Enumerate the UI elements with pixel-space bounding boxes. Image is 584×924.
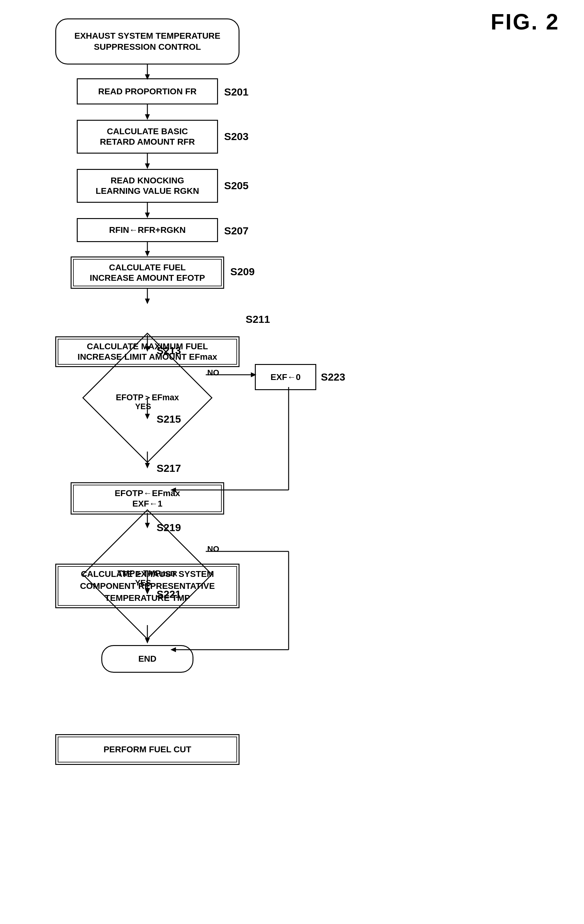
node-s209: CALCULATE FUELINCREASE AMOUNT EFOTP <box>71 256 224 289</box>
node-s213-text: EFOTP＞EFmax <box>75 373 220 422</box>
step-s201: S201 <box>224 86 248 98</box>
node-start: EXHAUST SYSTEM TEMPERATURESUPPRESSION CO… <box>55 18 240 64</box>
page: FIG. 2 <box>0 0 584 924</box>
svg-marker-3 <box>145 114 150 120</box>
step-s215-label: S215 <box>156 413 181 425</box>
label-yes-s213: YES <box>135 402 151 411</box>
svg-marker-17 <box>145 463 150 469</box>
node-s201: READ PROPORTION FR <box>77 78 218 104</box>
svg-marker-5 <box>145 163 150 169</box>
node-s205-text: READ KNOCKINGLEARNING VALUE RGKN <box>95 175 199 196</box>
node-s221-text: PERFORM FUEL CUT <box>104 744 191 755</box>
node-s207-text: RFIN←RFR+RGKN <box>109 225 186 235</box>
step-s203: S203 <box>224 130 248 142</box>
step-s221-label: S221 <box>156 588 181 600</box>
node-s219-text: TMP＞TMPmax <box>77 549 218 598</box>
node-s221: PERFORM FUEL CUT <box>55 734 240 765</box>
node-s209-text: CALCULATE FUELINCREASE AMOUNT EFOTP <box>90 262 205 283</box>
label-no-s219: NO <box>207 544 219 554</box>
svg-marker-9 <box>145 251 150 256</box>
label-yes-s219: YES <box>135 578 151 587</box>
node-s203: CALCULATE BASICRETARD AMOUNT RFR <box>77 120 218 153</box>
node-end-text: END <box>138 654 156 664</box>
node-s223-text: EXF←0 <box>270 372 301 383</box>
flowchart: EXHAUST SYSTEM TEMPERATURESUPPRESSION CO… <box>15 9 353 180</box>
node-s223: EXF←0 <box>255 364 316 390</box>
step-s209: S209 <box>230 266 255 278</box>
step-s207: S207 <box>224 225 248 237</box>
svg-marker-7 <box>145 213 150 218</box>
figure-label: FIG. 2 <box>491 9 559 35</box>
node-s207: RFIN←RFR+RGKN <box>77 218 218 242</box>
node-s203-text: CALCULATE BASICRETARD AMOUNT RFR <box>100 126 195 147</box>
node-start-text: EXHAUST SYSTEM TEMPERATURESUPPRESSION CO… <box>74 30 220 53</box>
node-s201-text: READ PROPORTION FR <box>98 86 196 97</box>
node-s205: READ KNOCKINGLEARNING VALUE RGKN <box>77 169 218 203</box>
node-s215-text: EFOTP←EFmaxEXF←1 <box>115 488 180 509</box>
step-s217-label: S217 <box>156 462 181 474</box>
step-s211: S211 <box>246 314 270 325</box>
step-s205: S205 <box>224 180 248 192</box>
step-s223: S223 <box>321 371 345 383</box>
node-end: END <box>101 645 193 673</box>
label-no-s213: NO <box>207 368 219 378</box>
svg-marker-11 <box>145 299 150 304</box>
